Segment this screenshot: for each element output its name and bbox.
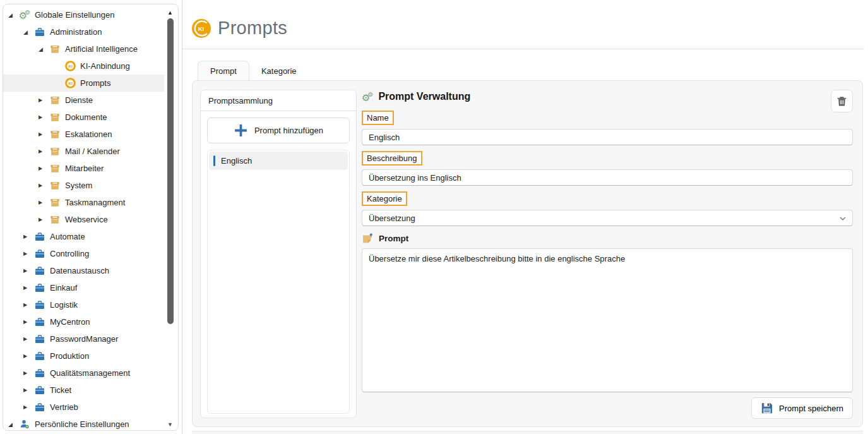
svg-text:KI: KI (68, 81, 72, 85)
tree-collapsed-icon[interactable]: ▶ (23, 404, 34, 410)
tree-collapsed-icon[interactable]: ▶ (23, 302, 34, 308)
delete-prompt-button[interactable] (831, 90, 853, 112)
prompt-panel: Promptsammlung Prompt hinzufügen Englisc… (192, 80, 863, 427)
tree-item-label: Administration (50, 27, 102, 37)
floppy-disk-icon (761, 402, 773, 414)
tree-collapsed-icon[interactable]: ▶ (39, 131, 49, 137)
form-header: ⚙⚙ Prompt Verwaltung (362, 88, 853, 105)
box-icon (49, 44, 61, 55)
tree-collapsed-icon[interactable]: ▶ (39, 183, 49, 188)
tree-item-label: Ticket (50, 385, 71, 395)
kategorie-select[interactable]: Übersetzung (362, 210, 853, 226)
tree-item-ticket[interactable]: ▶Ticket (3, 382, 164, 399)
tree-collapsed-icon[interactable]: ▶ (39, 217, 49, 222)
tree-item-label: Dienste (65, 95, 93, 105)
tree-expanded-icon[interactable]: ◢ (23, 29, 34, 35)
name-input[interactable] (362, 129, 853, 145)
tree-collapsed-icon[interactable]: ▶ (39, 148, 49, 154)
briefcase-icon (34, 316, 45, 328)
tree-item-prompts[interactable]: KIPrompts (3, 75, 164, 92)
tree-item-pers-nliche-einstellungen[interactable]: ◢Persönliche Einstellungen (3, 416, 164, 431)
tree-collapsed-icon[interactable]: ▶ (23, 285, 34, 291)
tree-item-ki-anbindung[interactable]: KIKI-Anbindung (3, 57, 164, 75)
tree-item-globale-einstellungen[interactable]: ◢⚙⚙Globale Einstellungen (3, 6, 164, 23)
tree-collapsed-icon[interactable]: ▶ (23, 234, 34, 239)
tree-collapsed-icon[interactable]: ▶ (23, 251, 34, 256)
tab-kategorie[interactable]: Kategorie (249, 61, 309, 81)
tree-collapsed-icon[interactable]: ▶ (23, 387, 34, 393)
tree-item-eskalationen[interactable]: ▶Eskalationen (3, 126, 164, 143)
sidebar-scrollbar[interactable] (167, 18, 174, 324)
add-prompt-label: Prompt hinzufügen (254, 126, 323, 135)
tree-item-artificial-intelligence[interactable]: ◢Artificial Intelligence (3, 40, 164, 57)
prompt-textarea[interactable]: Übersetze mir diese Artikelbeschreibung … (362, 248, 853, 392)
tree-collapsed-icon[interactable]: ▶ (23, 336, 34, 342)
sticky-note-icon (362, 232, 374, 244)
sidebar-divider (182, 0, 182, 434)
header-divider (182, 49, 864, 49)
tree-collapsed-icon[interactable]: ▶ (23, 370, 34, 376)
scroll-down-icon[interactable]: ▼ (167, 421, 173, 428)
tree-expanded-icon[interactable]: ◢ (39, 46, 49, 52)
box-icon (49, 146, 61, 157)
tree-item-administration[interactable]: ◢Administration (3, 23, 164, 40)
tree-item-label: Webservice (65, 215, 108, 224)
tree-collapsed-icon[interactable]: ▶ (39, 97, 49, 103)
tree-item-dokumente[interactable]: ▶Dokumente (3, 109, 164, 126)
box-icon (49, 129, 61, 140)
tree-item-datenaustausch[interactable]: ▶Datenaustausch (3, 262, 164, 279)
tree-item-label: Automate (50, 232, 85, 241)
tree-expanded-icon[interactable]: ◢ (8, 421, 19, 428)
tree-item-label: Prompts (80, 78, 110, 88)
briefcase-icon (34, 351, 45, 362)
tree-item-mycentron[interactable]: ▶MyCentron (3, 313, 164, 330)
tree-item-system[interactable]: ▶System (3, 177, 164, 194)
briefcase-icon (34, 265, 45, 277)
tree-item-webservice[interactable]: ▶Webservice (3, 211, 164, 228)
tree-collapsed-icon[interactable]: ▶ (23, 319, 34, 325)
tree-collapsed-icon[interactable]: ▶ (39, 114, 49, 120)
promptsammlung-card: Promptsammlung Prompt hinzufügen Englisc… (200, 90, 357, 418)
tree-item-taskmanagment[interactable]: ▶Taskmanagment (3, 194, 164, 211)
tree-item-dienste[interactable]: ▶Dienste (3, 92, 164, 109)
tree-item-passwordmanager[interactable]: ▶PasswordManager (3, 330, 164, 347)
beschreibung-input[interactable] (362, 169, 853, 186)
tree-item-label: Einkauf (50, 283, 77, 292)
tree-item-einkauf[interactable]: ▶Einkauf (3, 279, 164, 296)
tree-item-mail-kalender[interactable]: ▶Mail / Kalender (3, 143, 164, 160)
tab-prompt[interactable]: Prompt (198, 61, 249, 81)
tree-item-mitarbeiter[interactable]: ▶Mitarbeiter (3, 160, 164, 177)
briefcase-icon (34, 385, 45, 396)
tree-item-produktion[interactable]: ▶Produktion (3, 347, 164, 365)
tree-item-label: KI-Anbindung (80, 61, 130, 71)
add-prompt-button[interactable]: Prompt hinzufügen (207, 118, 350, 143)
tree-collapsed-icon[interactable]: ▶ (39, 200, 49, 205)
tree-collapsed-icon[interactable]: ▶ (23, 268, 34, 274)
tree-item-label: Qualitätsmanagement (50, 368, 130, 378)
prompt-list-item-englisch[interactable]: Englisch (209, 152, 348, 170)
navigation-sidebar: ◢⚙⚙Globale Einstellungen◢Administration◢… (3, 4, 179, 431)
briefcase-icon (34, 299, 45, 311)
tree-item-automate[interactable]: ▶Automate (3, 228, 164, 245)
tree-item-label: Mail / Kalender (65, 147, 120, 156)
tree-item-qualit-tsmanagement[interactable]: ▶Qualitätsmanagement (3, 365, 164, 382)
tree-expanded-icon[interactable]: ◢ (8, 12, 19, 18)
scroll-up-icon[interactable]: ▲ (167, 9, 173, 16)
tree-item-label: Globale Einstellungen (35, 10, 114, 20)
tree-item-label: Artificial Intelligence (65, 44, 138, 54)
tree-item-controlling[interactable]: ▶Controlling (3, 245, 164, 262)
page-title: Prompts (218, 18, 287, 39)
tree-collapsed-icon[interactable]: ▶ (23, 353, 34, 359)
tree-collapsed-icon[interactable]: ▶ (39, 166, 49, 171)
tree-item-logistik[interactable]: ▶Logistik (3, 296, 164, 313)
tree-item-vertrieb[interactable]: ▶Vertrieb (3, 399, 164, 416)
box-icon (49, 197, 61, 208)
prompt-section-header: Prompt (362, 232, 853, 244)
ki-logo-icon: KI (191, 18, 211, 39)
tree-item-label: Datenaustausch (50, 266, 109, 275)
gears-icon: ⚙⚙ (19, 9, 30, 21)
prompt-section-label: Prompt (379, 234, 408, 243)
box-icon (49, 180, 61, 191)
name-label: Name (362, 111, 394, 125)
save-prompt-button[interactable]: Prompt speichern (751, 397, 853, 419)
